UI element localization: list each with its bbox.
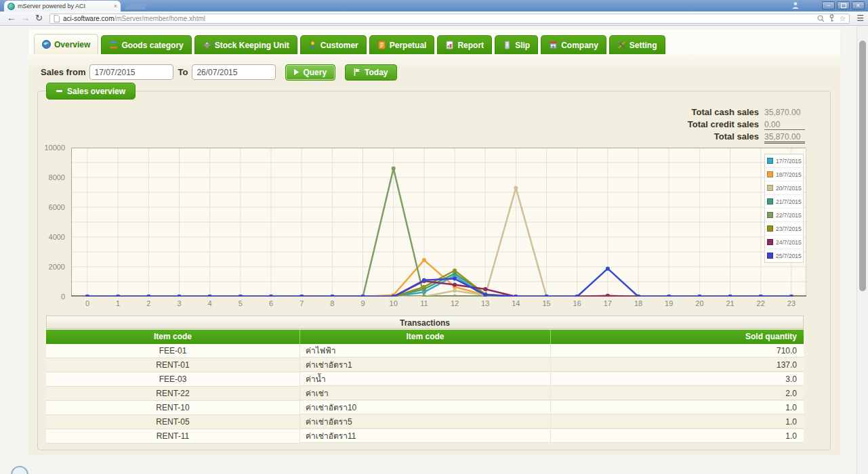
legend-label: 24/7/2015: [776, 239, 802, 246]
item-code-cell: RENT-11: [46, 429, 300, 444]
legend-item: 21/7/2015: [765, 194, 803, 208]
sold-quantity-cell: 1.0: [551, 429, 804, 443]
totals-row: Total cash sales35,870.00: [542, 107, 805, 119]
menu-icon[interactable]: ☰: [856, 14, 864, 23]
x-tick-label: 2: [138, 299, 159, 307]
play-icon: [294, 69, 299, 75]
chart-x-axis: 01234567891011121314151617181920212223: [71, 299, 806, 311]
scrollbar[interactable]: [856, 26, 868, 474]
table-row[interactable]: RENT-22ค่าเช่า2.0: [46, 387, 804, 401]
url-path: /mServer/member/home.xhtml: [114, 15, 813, 22]
tab-label: Customer: [321, 41, 358, 50]
tab-slip[interactable]: Slip: [495, 35, 538, 54]
totals-value: 0.00: [764, 120, 805, 130]
x-tick-label: 15: [537, 299, 557, 307]
setting-icon: [617, 41, 626, 49]
app-tab-bar: OverviewGoods categoryStock Keeping Unit…: [34, 35, 665, 54]
item-code-cell: RENT-10: [46, 401, 300, 415]
item-code-cell: FEE-03: [46, 372, 300, 387]
refresh-button[interactable]: ↻: [35, 12, 43, 24]
tab-overview[interactable]: Overview: [34, 34, 98, 54]
chart-y-axis: 0200040006000800010000: [45, 148, 68, 301]
tab-label: Report: [457, 41, 484, 50]
company-icon: [549, 41, 558, 49]
tab-goods-category[interactable]: Goods category: [101, 35, 191, 54]
new-tab-button[interactable]: [124, 2, 148, 9]
back-button[interactable]: ←: [7, 12, 16, 24]
report-icon: [445, 41, 454, 49]
query-button[interactable]: Query: [285, 64, 335, 81]
collapse-icon: [56, 90, 62, 92]
sales-to-input[interactable]: [192, 64, 276, 80]
legend-item: 24/7/2015: [765, 235, 803, 249]
legend-item: 23/7/2015: [765, 221, 803, 235]
column-header: Item code: [300, 330, 551, 344]
chart-legend: 17/7/201518/7/201520/7/201521/7/201522/7…: [764, 154, 804, 263]
x-tick-label: 22: [751, 299, 771, 307]
legend-swatch: [767, 171, 773, 177]
transactions-table: Item codeItem codeSold quantityFEE-01ค่า…: [46, 330, 804, 444]
table-row[interactable]: FEE-03ค่าน้ำ3.0: [46, 372, 804, 387]
legend-swatch: [767, 158, 773, 164]
totals-value: 35,870.00: [764, 132, 805, 144]
x-tick-label: 21: [720, 299, 741, 307]
legend-label: 22/7/2015: [776, 212, 802, 219]
customer-icon: [308, 41, 317, 49]
item-name-cell: ค่าเช่าอัตรา1: [300, 358, 551, 372]
close-button[interactable]: ×: [852, 1, 865, 9]
tab-label: Setting: [629, 41, 657, 50]
table-row[interactable]: RENT-01ค่าเช่าอัตรา1137.0: [46, 358, 804, 372]
table-row[interactable]: RENT-10ค่าเช่าอัตรา101.0: [46, 401, 804, 415]
item-code-cell: RENT-01: [46, 358, 300, 372]
restore-button[interactable]: [837, 1, 850, 9]
tab-stock-keeping-unit[interactable]: Stock Keeping Unit: [194, 35, 297, 54]
tab-close-icon[interactable]: ×: [114, 3, 117, 9]
page-icon: [54, 15, 60, 22]
x-tick-label: 7: [291, 299, 312, 307]
bookmark-star-icon[interactable]: ☆: [839, 14, 846, 23]
sales-totals: Total cash sales35,870.00Total credit sa…: [542, 107, 805, 144]
tab-company[interactable]: Company: [541, 35, 606, 54]
x-tick-label: 1: [108, 299, 128, 307]
legend-swatch: [767, 239, 773, 245]
tab-customer[interactable]: Customer: [300, 35, 367, 54]
key-icon[interactable]: [829, 14, 835, 22]
zoom-icon[interactable]: [817, 15, 825, 22]
legend-item: 25/7/2015: [765, 249, 803, 262]
scrollbar-thumb[interactable]: [859, 41, 866, 291]
legend-item: 20/7/2015: [765, 181, 803, 194]
table-row[interactable]: RENT-11ค่าเช่าอัตรา111.0: [46, 429, 804, 444]
x-tick-label: 9: [353, 299, 373, 307]
y-tick-label: 0: [38, 293, 65, 301]
legend-label: 18/7/2015: [776, 171, 802, 178]
x-tick-label: 13: [475, 299, 495, 307]
sales-overview-toggle[interactable]: Sales overview: [46, 83, 136, 100]
tab-label: Perpetual: [390, 41, 427, 50]
table-row[interactable]: RENT-05ค่าเช่าอัตรา51.0: [46, 415, 804, 429]
x-tick-label: 19: [659, 299, 679, 307]
y-tick-label: 8000: [38, 173, 65, 181]
legend-label: 17/7/2015: [776, 158, 802, 165]
sales-filter-form: Sales from To Query Today: [41, 64, 397, 81]
x-tick-label: 6: [261, 299, 281, 307]
table-row[interactable]: FEE-01ค่าไฟฟ้า710.0: [46, 344, 804, 358]
item-code-cell: RENT-22: [46, 387, 300, 401]
legend-swatch: [767, 253, 773, 259]
today-button[interactable]: Today: [345, 64, 396, 81]
tab-report[interactable]: Report: [437, 35, 492, 54]
address-bar[interactable]: aci-software.com /mServer/member/home.xh…: [49, 14, 850, 24]
x-tick-label: 20: [689, 299, 709, 307]
profile-icon[interactable]: [789, 1, 802, 9]
legend-label: 23/7/2015: [776, 225, 802, 232]
item-code-cell: RENT-05: [46, 415, 300, 429]
browser-tab[interactable]: mServer powered by ACI ×: [4, 1, 121, 12]
tab-perpetual[interactable]: Perpetual: [369, 35, 435, 54]
today-label: Today: [365, 68, 388, 77]
forward-button[interactable]: →: [21, 12, 30, 24]
item-code-cell: FEE-01: [46, 344, 300, 358]
sold-quantity-cell: 1.0: [551, 415, 804, 429]
sales-from-input[interactable]: [89, 64, 173, 80]
section-title: Sales overview: [67, 87, 125, 96]
tab-setting[interactable]: Setting: [609, 35, 665, 54]
minimize-button[interactable]: –: [822, 1, 835, 9]
